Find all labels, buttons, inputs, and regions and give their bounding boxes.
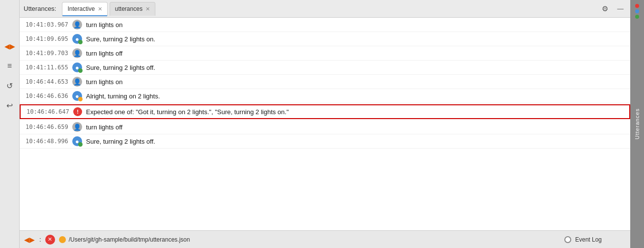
utterance-row-2: 10:41:09.703 👤 turn lights off [20, 46, 630, 61]
tab-interactive-label: Interactive [67, 5, 94, 12]
utterance-row-6-error: 10:46:46.647 ! Expected one of: "Got it,… [20, 104, 630, 119]
bottom-path-text: /Users/git/gh-sample/build/tmp/utterance… [69, 236, 190, 243]
undo-icon[interactable]: ↩ [3, 98, 17, 112]
utterance-row-1: 10:41:09.695 ● Sure, turning 2 lights on… [20, 32, 630, 46]
tab-utterances-label: utterances [115, 5, 143, 12]
dot-green [635, 15, 639, 19]
avatar-bot-1: ● [72, 34, 82, 44]
avatar-user-7: 👤 [72, 122, 82, 132]
tab-utterances[interactable]: utterances ✕ [110, 2, 155, 16]
timestamp-0: 10:41:03.967 [26, 21, 72, 28]
left-sidebar: ◀▶ ≡ ↺ ↩ [0, 0, 20, 248]
timestamp-2: 10:41:09.703 [26, 50, 72, 57]
avatar-user-2: 👤 [72, 48, 82, 58]
main-content: Utterances: Interactive ✕ utterances ✕ ⚙… [20, 0, 630, 248]
list-icon[interactable]: ≡ [3, 59, 17, 73]
bottom-bar: ◀▶ : ✕ /Users/git/gh-sample/build/tmp/ut… [20, 230, 630, 248]
right-sidebar-label: Utterances [634, 108, 640, 139]
utterance-text-8: Sure, turning 2 lights off. [86, 138, 624, 145]
event-log-radio [564, 236, 571, 243]
avatar-user-4: 👤 [72, 77, 82, 87]
utterance-row-8: 10:46:48.996 ● Sure, turning 2 lights of… [20, 134, 630, 149]
timestamp-8: 10:46:48.996 [26, 138, 72, 145]
avatar-user-0: 👤 [72, 20, 82, 30]
utterance-text-2: turn lights off [86, 50, 624, 57]
utterance-text-6: Expected one of: "Got it, turning on 2 l… [86, 108, 623, 116]
minimize-button[interactable]: — [615, 3, 626, 15]
bottom-path: /Users/git/gh-sample/build/tmp/utterance… [59, 236, 190, 243]
timestamp-5: 10:46:46.636 [26, 93, 72, 99]
bottom-error-icon: ✕ [45, 235, 55, 245]
event-log-label: Event Log [575, 236, 602, 243]
utterance-row-3: 10:41:11.655 ● Sure, turning 2 lights of… [20, 61, 630, 75]
utterance-row-0: 10:41:03.967 👤 turn lights on [20, 18, 630, 32]
utterance-text-7: turn lights off [86, 124, 624, 131]
bottom-play-icon[interactable]: ◀▶ [24, 234, 35, 246]
timestamp-1: 10:41:09.695 [26, 35, 72, 42]
utterance-text-3: Sure, turning 2 lights off. [86, 64, 624, 71]
tab-toolbar-right: ⚙ — [599, 3, 626, 15]
avatar-bot-3: ● [72, 62, 82, 72]
content-area: 10:41:03.967 👤 turn lights on 10:41:09.6… [20, 18, 630, 230]
timestamp-3: 10:41:11.655 [26, 64, 72, 71]
timestamp-7: 10:46:46.659 [26, 124, 72, 130]
utterance-row-5: 10:46:46.636 ● Alright, turning on 2 lig… [20, 89, 630, 103]
refresh-icon[interactable]: ↺ [3, 79, 17, 93]
utterance-row-7: 10:46:46.659 👤 turn lights off [20, 120, 630, 134]
settings-button[interactable]: ⚙ [599, 3, 611, 15]
tab-interactive[interactable]: Interactive ✕ [62, 2, 107, 16]
bottom-colon: : [39, 236, 41, 243]
utterance-text-0: turn lights on [86, 21, 624, 29]
utterance-text-4: turn lights on [86, 78, 624, 86]
bottom-dot-orange [59, 236, 66, 243]
utterance-row-4: 10:46:44.653 👤 turn lights on [20, 75, 630, 89]
tabs-label: Utterances: [24, 5, 56, 12]
dot-blue [635, 9, 639, 13]
play-icon[interactable]: ◀▶ [3, 39, 17, 53]
error-icon-6: ! [73, 107, 82, 116]
timestamp-4: 10:46:44.653 [26, 78, 72, 85]
avatar-bot-5: ● [72, 91, 82, 101]
right-sidebar-dots [635, 4, 639, 19]
avatar-bot-8: ● [72, 136, 82, 146]
tab-interactive-close[interactable]: ✕ [98, 6, 102, 12]
utterance-text-1: Sure, turning 2 lights on. [86, 35, 624, 43]
event-log-button[interactable]: Event Log [564, 236, 602, 243]
dot-red [635, 4, 639, 8]
tab-bar: Utterances: Interactive ✕ utterances ✕ ⚙… [20, 0, 630, 18]
tab-utterances-close[interactable]: ✕ [146, 6, 150, 12]
timestamp-6: 10:46:46.647 [27, 108, 73, 115]
right-sidebar: Utterances [630, 0, 644, 248]
utterance-text-5: Alright, turning on 2 lights. [86, 93, 624, 100]
